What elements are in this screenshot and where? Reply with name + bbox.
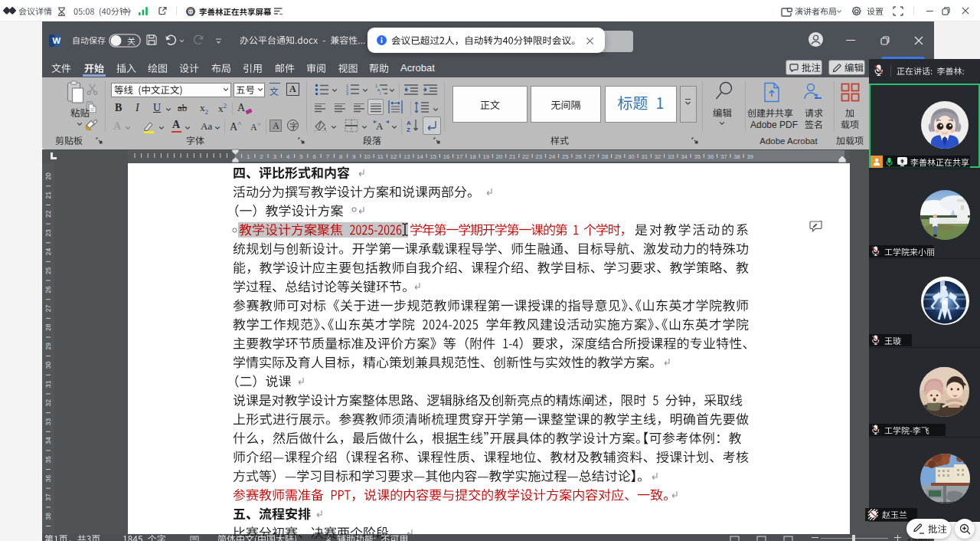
svg-text:24: 24 [549, 153, 555, 160]
svg-text:31: 31 [44, 380, 52, 388]
svg-text:32: 32 [655, 153, 661, 160]
svg-text:4: 4 [286, 153, 289, 160]
svg-text:30: 30 [628, 153, 634, 160]
svg-text:22: 22 [44, 210, 52, 218]
svg-text:13: 13 [403, 153, 410, 160]
svg-text:21: 21 [509, 153, 515, 160]
svg-text:27: 27 [44, 305, 52, 313]
svg-text:15: 15 [430, 153, 436, 160]
svg-text:23: 23 [536, 153, 542, 160]
svg-text:12: 12 [390, 153, 397, 160]
svg-text:29: 29 [615, 153, 621, 160]
svg-text:35: 35 [694, 153, 701, 160]
svg-text:28: 28 [44, 323, 52, 331]
svg-text:8: 8 [339, 153, 342, 160]
svg-text:26: 26 [575, 153, 581, 160]
svg-text:11: 11 [377, 153, 384, 160]
svg-text:14: 14 [416, 153, 423, 160]
svg-text:3: 3 [346, 91, 348, 95]
svg-text:7: 7 [326, 153, 329, 160]
svg-text:25: 25 [44, 267, 52, 274]
svg-text:26: 26 [44, 286, 52, 293]
svg-text:3: 3 [273, 153, 276, 160]
svg-text:17: 17 [456, 153, 462, 160]
svg-text:29: 29 [44, 343, 52, 350]
svg-text:33: 33 [44, 418, 52, 425]
svg-text:30: 30 [44, 362, 52, 369]
svg-text:2: 2 [260, 153, 263, 160]
svg-text:18: 18 [469, 153, 475, 160]
svg-text:A: A [407, 120, 411, 126]
svg-text:16: 16 [443, 153, 449, 160]
svg-text:36: 36 [44, 474, 52, 482]
svg-text:31: 31 [642, 153, 648, 160]
svg-text:6: 6 [312, 153, 315, 160]
svg-text:37: 37 [44, 493, 52, 501]
svg-text:20: 20 [496, 153, 502, 160]
svg-text:20: 20 [44, 172, 52, 180]
svg-text:32: 32 [44, 399, 52, 407]
svg-text:39: 39 [747, 153, 753, 160]
svg-text:37: 37 [720, 153, 727, 160]
svg-text:21: 21 [44, 192, 52, 199]
svg-text:19: 19 [483, 153, 489, 160]
svg-text:W: W [53, 36, 61, 45]
svg-text:10: 10 [364, 153, 370, 160]
svg-text:33: 33 [668, 153, 674, 160]
svg-text:27: 27 [589, 153, 595, 160]
svg-text:36: 36 [707, 153, 714, 160]
svg-text:22: 22 [522, 153, 528, 160]
svg-text:34: 34 [681, 153, 687, 160]
svg-text:35: 35 [44, 456, 52, 464]
svg-text:5: 5 [299, 153, 302, 160]
svg-text:Z: Z [407, 126, 410, 133]
svg-text:25: 25 [562, 153, 568, 160]
svg-text:A: A [376, 120, 384, 132]
svg-text:34: 34 [44, 437, 52, 444]
svg-text:24: 24 [44, 248, 52, 256]
svg-text:23: 23 [44, 229, 52, 237]
svg-text:1: 1 [247, 153, 250, 160]
svg-text:9: 9 [352, 153, 355, 160]
svg-text:38: 38 [733, 153, 740, 160]
svg-text:28: 28 [602, 153, 608, 160]
svg-text:38: 38 [44, 513, 52, 520]
svg-text:i: i [380, 91, 381, 95]
